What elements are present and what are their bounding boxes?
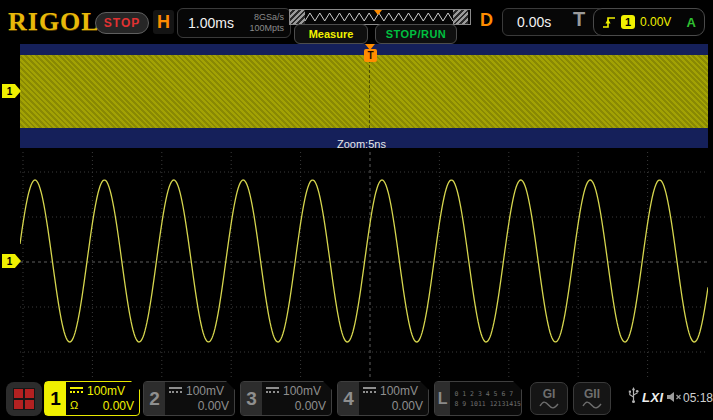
channel-4-number: 4 <box>338 382 359 415</box>
trigger-position-marker[interactable] <box>374 10 382 15</box>
channel-1-scale: 100mV <box>87 384 125 398</box>
dc-coupling-icon <box>266 387 279 396</box>
channel-3-scale: 100mV <box>283 384 321 398</box>
delay-box[interactable]: 0.00s <box>502 8 604 36</box>
horizontal-label: H <box>153 10 174 34</box>
logic-row-0-7: 0 1 2 3 4 5 6 7 <box>454 390 521 398</box>
graticule-and-trace <box>20 152 708 378</box>
overview-trigger-line <box>369 55 370 128</box>
usb-icon <box>628 387 639 404</box>
channel-1-box[interactable]: 1 100mV Ω 0.00V <box>44 381 140 416</box>
impedance-icon: Ω <box>70 399 78 413</box>
clock-time: 05:18 <box>683 391 713 405</box>
channel-2-box[interactable]: 2 100mV 0.00V <box>143 381 235 416</box>
trigger-level-value: 0.00V <box>640 15 671 29</box>
channel-3-box[interactable]: 3 100mV 0.00V <box>240 381 332 416</box>
delay-value: 0.00s <box>517 14 551 30</box>
lxi-logo: LXI <box>642 390 664 405</box>
channel-1-offset: 0.00V <box>103 399 134 413</box>
timebase-value: 1.00ms <box>178 15 234 31</box>
sine-icon <box>582 401 602 409</box>
channel-3-number: 3 <box>241 382 262 415</box>
channel-2-scale: 100mV <box>186 384 224 398</box>
dc-coupling-icon <box>169 387 182 396</box>
channel-2-number: 2 <box>144 382 165 415</box>
run-state-badge: STOP <box>95 12 149 34</box>
trigger-box[interactable]: 1 0.00V A <box>593 8 705 36</box>
measure-button[interactable]: Measure <box>294 24 368 44</box>
timebase-box[interactable]: 1.00ms 8GSa/s 100Mpts <box>177 8 291 38</box>
channel-1-number: 1 <box>45 382 66 415</box>
generator-2-label: GII <box>584 388 600 400</box>
channel-2-offset: 0.00V <box>198 399 229 413</box>
channel-4-offset: 0.00V <box>392 399 423 413</box>
trigger-mode-badge: A <box>687 15 696 30</box>
stop-run-button[interactable]: STOP/RUN <box>375 24 457 44</box>
position-hatch-left <box>290 10 305 24</box>
trigger-slope-icon <box>602 15 616 30</box>
speaker-muted-icon <box>666 391 682 403</box>
compressed-waveform-band <box>20 55 708 128</box>
rigol-logo: RIGOL <box>8 7 100 37</box>
channel-4-box[interactable]: 4 100mV 0.00V <box>337 381 429 416</box>
dc-coupling-icon <box>70 387 83 396</box>
channel1-marker-overview[interactable]: 1 <box>2 84 21 98</box>
trigger-label: T <box>573 8 585 31</box>
delay-label: D <box>480 10 493 31</box>
oscilloscope-screen: RIGOL STOP H 1.00ms 8GSa/s 100Mpts Measu… <box>0 0 713 420</box>
dc-coupling-icon <box>363 387 376 396</box>
generator-1-label: GI <box>543 388 556 400</box>
generator-2-button[interactable]: GII <box>573 382 611 415</box>
channel-4-scale: 100mV <box>380 384 418 398</box>
logic-label: L <box>435 382 450 415</box>
overview-trigger-marker[interactable]: T <box>364 49 377 62</box>
trigger-source-badge: 1 <box>621 15 635 29</box>
generator-1-button[interactable]: GI <box>530 382 568 415</box>
logic-row-8-15: 8 9 1011 12131415 <box>454 400 521 408</box>
zoom-waveform-window <box>20 152 708 378</box>
channel1-marker[interactable]: 1 <box>2 254 21 268</box>
menu-button[interactable] <box>6 382 42 416</box>
memory-depth: 100Mpts <box>249 23 284 33</box>
sample-rate: 8GSa/s <box>254 12 284 22</box>
menu-grid-icon <box>13 388 35 410</box>
sine-icon <box>539 401 559 409</box>
zoom-scale-label: Zoom:5ns <box>337 138 386 150</box>
position-hatch-right <box>453 10 468 24</box>
channel-3-offset: 0.00V <box>295 399 326 413</box>
logic-channels-box[interactable]: L 0 1 2 3 4 5 6 7 8 9 1011 12131415 <box>434 381 522 416</box>
